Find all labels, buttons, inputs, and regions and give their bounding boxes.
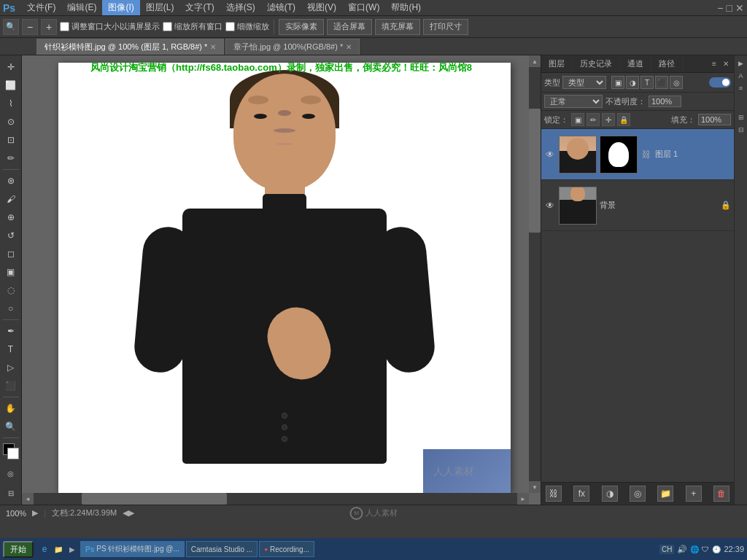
eyedropper-tool[interactable]: ✏ bbox=[2, 149, 20, 167]
layer-item-1[interactable]: 👁 ⛓ 图层 1 bbox=[541, 129, 734, 180]
crop-tool[interactable]: ⊡ bbox=[2, 131, 20, 149]
fill-screen-btn[interactable]: 填充屏幕 bbox=[375, 19, 420, 35]
background-color[interactable] bbox=[7, 448, 19, 459]
quick-mask-btn[interactable]: ◎ bbox=[2, 464, 20, 482]
filter-pixel-btn[interactable]: ▣ bbox=[611, 76, 624, 89]
brush-tool[interactable]: 🖌 bbox=[2, 190, 20, 208]
filter-dropdown[interactable]: 类型 bbox=[562, 76, 606, 89]
scroll-down-btn[interactable]: ▼ bbox=[529, 481, 541, 493]
layer-1-visibility[interactable]: 👁 bbox=[544, 149, 556, 160]
filter-smart-btn[interactable]: ◎ bbox=[670, 76, 683, 89]
path-select-tool[interactable]: ▷ bbox=[2, 359, 20, 376]
blur-tool[interactable]: ◌ bbox=[2, 281, 20, 299]
history-brush-tool[interactable]: ↺ bbox=[2, 227, 20, 244]
tab-knit[interactable]: 针织衫模特图.jpg @ 100% (图层 1, RGB/8#) * ✕ bbox=[36, 39, 224, 55]
rt-btn-1[interactable]: ▶ bbox=[736, 58, 746, 69]
group-btn[interactable]: 📁 bbox=[657, 486, 673, 502]
ie-icon[interactable]: e bbox=[38, 542, 51, 556]
tab-close-knit[interactable]: ✕ bbox=[210, 43, 216, 51]
scroll-track-v[interactable] bbox=[529, 67, 541, 481]
security-icon[interactable]: 🛡 bbox=[702, 545, 709, 553]
opacity-input[interactable] bbox=[649, 96, 681, 107]
layers-tab[interactable]: 图层 bbox=[541, 55, 573, 72]
layer-mask-btn[interactable]: ◑ bbox=[602, 486, 618, 502]
rt-btn-4[interactable]: ⊞ bbox=[736, 112, 746, 122]
menu-edit[interactable]: 编辑(E) bbox=[61, 0, 102, 15]
menu-view[interactable]: 视图(V) bbox=[301, 0, 342, 15]
adjustment-btn[interactable]: ◎ bbox=[630, 486, 646, 502]
close-button[interactable]: ✕ bbox=[735, 2, 744, 14]
arrow-icon[interactable]: ▶ bbox=[66, 542, 79, 556]
taskbar-recording-btn[interactable]: ● Recording... bbox=[259, 541, 314, 557]
clock-icon[interactable]: 🕙 bbox=[712, 545, 721, 553]
taskbar-ps-btn[interactable]: Ps PS 针织衫模特图.jpg @... bbox=[80, 541, 185, 557]
status-arrow[interactable]: ▶ bbox=[32, 508, 38, 518]
horizontal-scrollbar[interactable]: ◄ ► bbox=[22, 493, 529, 505]
rt-btn-3[interactable]: ≡ bbox=[736, 83, 746, 93]
zoom-out-btn[interactable]: − bbox=[22, 19, 38, 35]
scroll-right-btn[interactable]: ► bbox=[517, 493, 529, 505]
hand-tool[interactable]: ✋ bbox=[2, 400, 20, 417]
dodge-tool[interactable]: ○ bbox=[2, 300, 20, 317]
channels-tab[interactable]: 通道 bbox=[620, 55, 651, 72]
rt-btn-5[interactable]: ⊟ bbox=[736, 125, 746, 135]
maximize-button[interactable]: □ bbox=[727, 2, 732, 14]
vertical-scrollbar[interactable]: ▲ ▼ bbox=[529, 55, 541, 493]
lock-transparent-btn[interactable]: ▣ bbox=[571, 113, 584, 126]
lock-pixels-btn[interactable]: ✏ bbox=[587, 113, 600, 126]
screen-mode-btn[interactable]: ⊟ bbox=[2, 484, 20, 502]
fit-window-checkbox[interactable]: 调整窗口大小以满屏显示 bbox=[60, 21, 160, 32]
filter-shape-btn[interactable]: ⬛ bbox=[655, 76, 668, 89]
menu-select[interactable]: 选择(S) bbox=[220, 0, 261, 15]
fit-screen-btn[interactable]: 适合屏幕 bbox=[327, 19, 372, 35]
fill-input[interactable] bbox=[698, 114, 731, 125]
zoom-tool[interactable]: 🔍 bbox=[2, 418, 20, 435]
panel-close-btn[interactable]: ✕ bbox=[721, 59, 731, 69]
menu-help[interactable]: 帮助(H) bbox=[385, 0, 427, 15]
volume-icon[interactable]: 🔊 bbox=[677, 545, 687, 554]
spot-heal-tool[interactable]: ⊛ bbox=[2, 172, 20, 190]
lock-all-btn[interactable]: 🔒 bbox=[617, 113, 630, 126]
shape-tool[interactable]: ⬛ bbox=[2, 377, 20, 394]
lasso-tool[interactable]: ⌇ bbox=[2, 95, 20, 112]
menu-file[interactable]: 文件(F) bbox=[21, 0, 61, 15]
color-box[interactable] bbox=[3, 443, 19, 459]
network-icon[interactable]: 🌐 bbox=[690, 545, 699, 553]
actual-size-btn[interactable]: 实际像素 bbox=[279, 19, 324, 35]
menu-type[interactable]: 文字(T) bbox=[179, 0, 220, 15]
blend-mode-dropdown[interactable]: 正常 bbox=[544, 95, 603, 108]
menu-filter[interactable]: 滤镜(T) bbox=[261, 0, 301, 15]
scrubby-checkbox[interactable]: 细微缩放 bbox=[225, 21, 269, 32]
print-size-btn[interactable]: 打印尺寸 bbox=[423, 19, 468, 35]
move-tool[interactable]: ✛ bbox=[2, 58, 20, 76]
minimize-button[interactable]: − bbox=[717, 2, 723, 14]
delete-layer-btn[interactable]: 🗑 bbox=[713, 486, 729, 502]
menu-layer[interactable]: 图层(L) bbox=[140, 0, 180, 15]
filter-toggle[interactable] bbox=[709, 77, 731, 88]
filter-adjust-btn[interactable]: ◑ bbox=[626, 76, 639, 89]
clone-tool[interactable]: ⊕ bbox=[2, 209, 20, 226]
taskbar-camtasia-btn[interactable]: Camtasia Studio ... bbox=[186, 541, 258, 557]
quick-select-tool[interactable]: ⊙ bbox=[2, 113, 20, 131]
marquee-tool[interactable]: ⬜ bbox=[2, 77, 20, 94]
zoom-in-btn[interactable]: + bbox=[41, 19, 57, 35]
filter-type-btn[interactable]: T bbox=[640, 76, 654, 89]
zoom-all-checkbox[interactable]: 缩放所有窗口 bbox=[163, 21, 222, 32]
new-layer-btn[interactable]: + bbox=[686, 486, 702, 502]
history-tab[interactable]: 历史记录 bbox=[573, 55, 620, 72]
layer-style-btn[interactable]: fx bbox=[573, 486, 589, 502]
scroll-left-btn[interactable]: ◄ bbox=[22, 493, 34, 505]
rt-btn-2[interactable]: A bbox=[736, 71, 746, 81]
status-doc-arrow[interactable]: ◀▶ bbox=[123, 508, 134, 518]
lock-position-btn[interactable]: ✛ bbox=[602, 113, 615, 126]
paths-tab[interactable]: 路径 bbox=[651, 55, 683, 72]
link-layers-btn[interactable]: ⛓ bbox=[546, 486, 562, 502]
menu-image[interactable]: 图像(I) bbox=[102, 0, 139, 15]
layer-bg-visibility[interactable]: 👁 bbox=[544, 200, 556, 211]
folder-icon[interactable]: 📁 bbox=[52, 542, 65, 556]
sys-icon-ch[interactable]: CH bbox=[659, 545, 674, 554]
pen-tool[interactable]: ✒ bbox=[2, 322, 20, 340]
type-tool[interactable]: T bbox=[2, 341, 20, 358]
panel-menu-btn[interactable]: ≡ bbox=[709, 59, 719, 69]
zoom-tool-icon[interactable]: 🔍 bbox=[3, 19, 19, 35]
